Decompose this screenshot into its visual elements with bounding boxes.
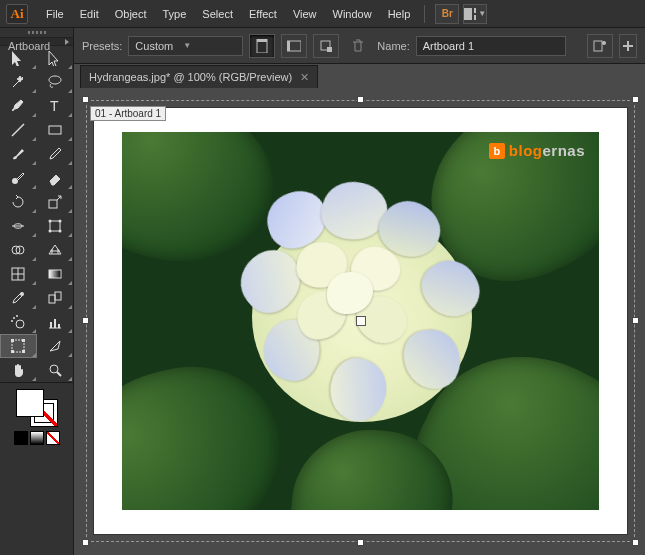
chevron-down-icon: ▼	[478, 9, 486, 18]
pencil-tool[interactable]	[37, 142, 74, 166]
plus-button[interactable]	[619, 34, 637, 58]
blend-icon	[47, 290, 63, 306]
close-tab-button[interactable]: ✕	[300, 71, 309, 84]
type-tool[interactable]: T	[37, 94, 74, 118]
chevron-down-icon: ▼	[183, 41, 191, 50]
svg-rect-15	[49, 270, 61, 278]
new-artboard-button[interactable]	[313, 34, 339, 58]
svg-rect-38	[594, 41, 602, 51]
eraser-tool[interactable]	[37, 166, 74, 190]
resize-handle-bm[interactable]	[357, 539, 364, 546]
cursor-black-icon	[10, 50, 26, 66]
plus-icon	[623, 41, 633, 51]
svg-point-16	[20, 292, 24, 296]
svg-point-20	[13, 317, 15, 319]
orientation-portrait-button[interactable]	[249, 34, 275, 58]
paintbrush-tool[interactable]	[0, 142, 37, 166]
shapebuilder-icon	[10, 242, 26, 258]
menu-help[interactable]: Help	[380, 0, 419, 28]
scale-tool[interactable]	[37, 190, 74, 214]
svg-rect-37	[327, 47, 332, 52]
application-menubar: Ai File Edit Object Type Select Effect V…	[0, 0, 645, 28]
go-to-bridge-button[interactable]: Br	[435, 4, 459, 24]
svg-point-21	[16, 315, 18, 317]
eyedropper-icon	[10, 290, 26, 306]
svg-rect-29	[11, 350, 14, 353]
eyedropper-tool[interactable]	[0, 286, 37, 310]
menu-type[interactable]: Type	[155, 0, 195, 28]
svg-rect-30	[22, 350, 25, 353]
resize-handle-tr[interactable]	[632, 96, 639, 103]
svg-rect-6	[49, 200, 57, 208]
rotate-tool[interactable]	[0, 190, 37, 214]
brush-icon	[10, 146, 26, 162]
tools-panel-grabber[interactable]	[0, 28, 73, 38]
spray-icon	[10, 314, 26, 330]
color-mode-gradient[interactable]	[30, 431, 44, 445]
type-icon: T	[47, 98, 63, 114]
shape-builder-tool[interactable]	[0, 238, 37, 262]
resize-handle-bl[interactable]	[82, 539, 89, 546]
pencil-icon	[47, 146, 63, 162]
resize-handle-br[interactable]	[632, 539, 639, 546]
menu-effect[interactable]: Effect	[241, 0, 285, 28]
delete-artboard-button[interactable]	[345, 34, 371, 58]
color-mode-none[interactable]	[46, 431, 60, 445]
slice-tool[interactable]	[37, 334, 74, 358]
resize-handle-ml[interactable]	[82, 317, 89, 324]
hand-tool[interactable]	[0, 358, 37, 382]
tools-panel: T	[0, 28, 74, 555]
document-tab[interactable]: Hydrangeas.jpg* @ 100% (RGB/Preview) ✕	[80, 65, 318, 88]
lasso-tool[interactable]	[37, 70, 74, 94]
menu-view[interactable]: View	[285, 0, 325, 28]
menu-select[interactable]: Select	[194, 0, 241, 28]
svg-point-11	[58, 230, 61, 233]
artboard-center-mark[interactable]	[356, 316, 366, 326]
layout-grid-icon	[464, 8, 476, 20]
color-mode-solid[interactable]	[14, 431, 28, 445]
magic-wand-tool[interactable]	[0, 70, 37, 94]
artboard-label-tag[interactable]: 01 - Artboard 1	[90, 106, 166, 121]
resize-handle-tm[interactable]	[357, 96, 364, 103]
document-tab-title: Hydrangeas.jpg* @ 100% (RGB/Preview)	[89, 71, 292, 83]
scale-icon	[47, 194, 63, 210]
artboard-selection[interactable]: b blogernas 01 - Artboard 1	[86, 100, 635, 542]
resize-handle-mr[interactable]	[632, 317, 639, 324]
portrait-icon	[256, 39, 268, 53]
presets-dropdown[interactable]: Custom ▼	[128, 36, 243, 56]
gradient-tool[interactable]	[37, 262, 74, 286]
blend-tool[interactable]	[37, 286, 74, 310]
column-graph-tool[interactable]	[37, 310, 74, 334]
artboard-name-input[interactable]	[416, 36, 566, 56]
gradient-icon	[47, 266, 63, 282]
options-icon	[592, 39, 608, 53]
app-logo: Ai	[6, 4, 28, 24]
arrange-documents-button[interactable]: ▼	[463, 4, 487, 24]
rectangle-tool[interactable]	[37, 118, 74, 142]
svg-rect-0	[464, 8, 472, 20]
resize-handle-tl[interactable]	[82, 96, 89, 103]
menu-object[interactable]: Object	[107, 0, 155, 28]
pen-tool[interactable]	[0, 94, 37, 118]
menu-file[interactable]: File	[38, 0, 72, 28]
fill-stroke-swatch[interactable]	[0, 383, 73, 431]
blob-brush-tool[interactable]	[0, 166, 37, 190]
canvas-workspace[interactable]: b blogernas 01 - Artboard 1	[74, 88, 645, 555]
width-tool[interactable]	[0, 214, 37, 238]
free-transform-tool[interactable]	[37, 214, 74, 238]
triangle-right-icon	[65, 39, 69, 45]
mesh-tool[interactable]	[0, 262, 37, 286]
zoom-tool[interactable]	[37, 358, 74, 382]
line-segment-tool[interactable]	[0, 118, 37, 142]
menu-edit[interactable]: Edit	[72, 0, 107, 28]
fill-swatch[interactable]	[16, 389, 44, 417]
artboard-icon	[10, 338, 26, 354]
symbol-sprayer-tool[interactable]	[0, 310, 37, 334]
artboard-options-button[interactable]	[587, 34, 613, 58]
menu-window[interactable]: Window	[325, 0, 380, 28]
orientation-landscape-button[interactable]	[281, 34, 307, 58]
lasso-icon	[47, 74, 63, 90]
perspective-grid-tool[interactable]	[37, 238, 74, 262]
artboard-tool[interactable]	[0, 334, 37, 358]
document-tabstrip: Hydrangeas.jpg* @ 100% (RGB/Preview) ✕	[0, 64, 645, 88]
